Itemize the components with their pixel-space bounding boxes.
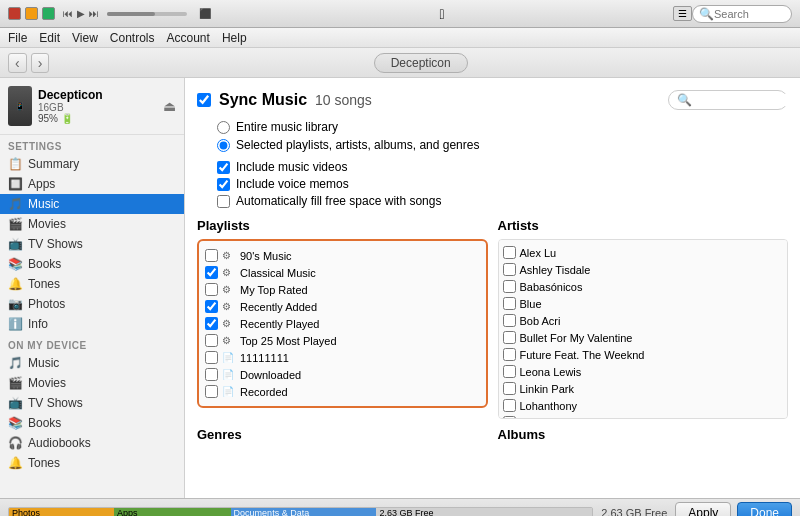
forward-button-nav[interactable]: ›	[31, 53, 50, 73]
artist-checkbox-3[interactable]	[503, 297, 516, 310]
sidebar-item-tvshows[interactable]: 📺 TV Shows	[0, 234, 184, 254]
menu-controls[interactable]: Controls	[110, 31, 155, 45]
playback-progress[interactable]	[107, 12, 187, 16]
sidebar-item-label: Audiobooks	[28, 436, 91, 450]
done-button[interactable]: Done	[737, 502, 792, 517]
include-videos-checkbox[interactable]	[217, 161, 230, 174]
photos-icon: 📷	[8, 297, 22, 311]
playback-controls: ⏮ ▶ ⏭ ⬛	[63, 8, 211, 19]
playlist-checkbox-6[interactable]	[205, 351, 218, 364]
list-item: 📄 Downloaded	[205, 366, 480, 383]
menu-help[interactable]: Help	[222, 31, 247, 45]
include-memos-checkbox[interactable]	[217, 178, 230, 191]
artist-checkbox-0[interactable]	[503, 246, 516, 259]
artists-box[interactable]: Alex Lu Ashley Tisdale Babasónicos Blue	[498, 239, 789, 419]
playlist-checkbox-1[interactable]	[205, 266, 218, 279]
artist-checkbox-2[interactable]	[503, 280, 516, 293]
autofill-checkbox[interactable]	[217, 195, 230, 208]
close-button[interactable]	[8, 7, 21, 20]
rewind-button[interactable]: ⏮	[63, 8, 73, 19]
device-header: 📱 Decepticon 16GB 95% 🔋 ⏏	[0, 78, 184, 135]
radio-entire-library-label: Entire music library	[236, 120, 338, 134]
playlist-checkbox-2[interactable]	[205, 283, 218, 296]
back-button[interactable]: ‹	[8, 53, 27, 73]
onmydevice-section-label: On My Device	[0, 334, 184, 353]
sidebar-item-ondevice-books[interactable]: 📚 Books	[0, 413, 184, 433]
menu-file[interactable]: File	[8, 31, 27, 45]
sidebar-item-label: Tones	[28, 277, 60, 291]
menu-account[interactable]: Account	[167, 31, 210, 45]
eject-button[interactable]: ⏏	[163, 98, 176, 114]
list-item: Bob Acri	[503, 312, 784, 329]
search-input[interactable]	[714, 8, 794, 20]
sidebar-item-label: Music	[28, 197, 59, 211]
free-space-label: 2.63 GB Free	[601, 507, 667, 517]
sidebar-item-ondevice-audiobooks[interactable]: 🎧 Audiobooks	[0, 433, 184, 453]
playlists-title: Playlists	[197, 218, 488, 233]
nav-bar: ‹ › Decepticon	[0, 48, 800, 78]
list-item: Linkin Park	[503, 380, 784, 397]
sidebar-item-ondevice-movies[interactable]: 🎬 Movies	[0, 373, 184, 393]
artist-checkbox-8[interactable]	[503, 382, 516, 395]
list-item: ⚙ Classical Music	[205, 264, 480, 281]
artist-label-8: Linkin Park	[520, 383, 574, 395]
sidebar-item-movies[interactable]: 🎬 Movies	[0, 214, 184, 234]
ondevice-books-icon: 📚	[8, 416, 22, 430]
artist-checkbox-6[interactable]	[503, 348, 516, 361]
search-box[interactable]: 🔍	[692, 5, 792, 23]
music-icon: 🎵	[8, 197, 22, 211]
forward-button[interactable]: ⏭	[89, 8, 99, 19]
sidebar-item-books[interactable]: 📚 Books	[0, 254, 184, 274]
device-tab[interactable]: Decepticon	[374, 53, 468, 73]
artist-checkbox-1[interactable]	[503, 263, 516, 276]
sidebar: 📱 Decepticon 16GB 95% 🔋 ⏏ Settings 📋 Sum…	[0, 78, 185, 498]
playlist-checkbox-4[interactable]	[205, 317, 218, 330]
sidebar-item-ondevice-tvshows[interactable]: 📺 TV Shows	[0, 393, 184, 413]
sidebar-item-label: Summary	[28, 157, 79, 171]
radio-selected-input[interactable]	[217, 139, 230, 152]
artist-checkbox-9[interactable]	[503, 399, 516, 412]
playlist-label-5: Top 25 Most Played	[240, 335, 337, 347]
sidebar-item-tones[interactable]: 🔔 Tones	[0, 274, 184, 294]
screen-button[interactable]: ⬛	[199, 8, 211, 19]
sidebar-item-label: Music	[28, 356, 59, 370]
sidebar-item-music[interactable]: 🎵 Music	[0, 194, 184, 214]
menu-edit[interactable]: Edit	[39, 31, 60, 45]
music-search-input[interactable]	[692, 94, 792, 106]
minimize-button[interactable]	[25, 7, 38, 20]
playlist-checkbox-8[interactable]	[205, 385, 218, 398]
artist-checkbox-5[interactable]	[503, 331, 516, 344]
playlist-checkbox-3[interactable]	[205, 300, 218, 313]
playlist-checkbox-0[interactable]	[205, 249, 218, 262]
artist-checkbox-7[interactable]	[503, 365, 516, 378]
artist-checkbox-10[interactable]	[503, 416, 516, 419]
sync-header: Sync Music 10 songs 🔍	[197, 90, 788, 110]
sidebar-item-info[interactable]: ℹ️ Info	[0, 314, 184, 334]
sidebar-item-summary[interactable]: 📋 Summary	[0, 154, 184, 174]
playlist-checkbox-7[interactable]	[205, 368, 218, 381]
sidebar-item-ondevice-music[interactable]: 🎵 Music	[0, 353, 184, 373]
list-item: Mc Gruff	[503, 414, 784, 419]
sidebar-item-apps[interactable]: 🔲 Apps	[0, 174, 184, 194]
playlist-gear-icon-0: ⚙	[222, 250, 236, 261]
list-item: Ashley Tisdale	[503, 261, 784, 278]
playlist-checkbox-5[interactable]	[205, 334, 218, 347]
sync-music-checkbox[interactable]	[197, 93, 211, 107]
apply-button[interactable]: Apply	[675, 502, 731, 517]
menu-view[interactable]: View	[72, 31, 98, 45]
radio-entire-library-input[interactable]	[217, 121, 230, 134]
sidebar-item-photos[interactable]: 📷 Photos	[0, 294, 184, 314]
sidebar-item-ondevice-tones[interactable]: 🔔 Tones	[0, 453, 184, 473]
settings-section-label: Settings	[0, 135, 184, 154]
artist-checkbox-4[interactable]	[503, 314, 516, 327]
artists-title: Artists	[498, 218, 789, 233]
playlist-label-2: My Top Rated	[240, 284, 308, 296]
list-view-button[interactable]: ☰	[673, 6, 692, 21]
genres-section: Genres	[197, 427, 488, 448]
music-search-box[interactable]: 🔍	[668, 90, 788, 110]
albums-title: Albums	[498, 427, 789, 442]
nav-buttons: ‹ ›	[8, 53, 49, 73]
maximize-button[interactable]	[42, 7, 55, 20]
bottom-bar: Photos Apps Documents & Data 2.63 GB Fre…	[0, 498, 800, 516]
play-button[interactable]: ▶	[77, 8, 85, 19]
